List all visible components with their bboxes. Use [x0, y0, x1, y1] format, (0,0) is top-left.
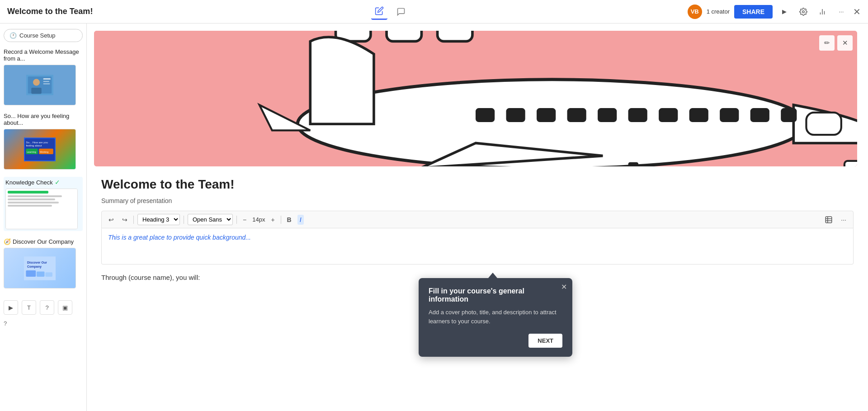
tooltip-title: Fill in your course's general informatio…	[429, 287, 562, 303]
clock-icon: 🕐	[9, 32, 17, 39]
font-size-decrease-button[interactable]: −	[241, 215, 249, 225]
sidebar-item-discover-title: 🧭 Discover Our Company	[4, 238, 83, 245]
svg-rect-31	[506, 108, 525, 122]
toolbar-divider-3	[236, 216, 237, 224]
course-setup-label: Course Setup	[19, 32, 56, 39]
svg-rect-40	[781, 108, 797, 122]
topbar-center	[371, 4, 409, 20]
sidebar-item-welcome-message[interactable]: Record a Welcome Message from a...	[4, 48, 83, 105]
sidebar-bottom-icons: ▶ T ? ▣	[4, 298, 83, 317]
edit-mode-button[interactable]	[371, 4, 387, 20]
style-select[interactable]: Heading 3 Heading 1 Heading 2 Normal	[137, 214, 180, 225]
check-badge: ✓	[55, 179, 60, 186]
editor-body[interactable]: This is a great place to provide quick b…	[101, 228, 854, 265]
play-button[interactable]: ▶	[777, 5, 792, 19]
analytics-button[interactable]	[815, 5, 830, 19]
airplane-illustration	[94, 31, 857, 166]
svg-rect-22	[26, 270, 36, 276]
svg-rect-27	[387, 31, 421, 41]
sidebar-thumb-discover: Discover Our Company	[4, 248, 76, 288]
editor-placeholder-text: This is a great place to provide quick b…	[108, 234, 251, 241]
sidebar-item-welcome-title: Record a Welcome Message from a...	[4, 48, 83, 62]
share-button[interactable]: SHARE	[734, 5, 773, 19]
font-size-increase-button[interactable]: +	[269, 215, 277, 225]
svg-point-6	[33, 79, 40, 86]
svg-rect-34	[598, 108, 617, 122]
svg-text:Company: Company	[27, 265, 42, 268]
add-text-button[interactable]: T	[22, 300, 36, 315]
svg-rect-32	[537, 108, 556, 122]
sidebar: 🕐 Course Setup Record a Welcome Message …	[0, 24, 87, 411]
tooltip-close-button[interactable]: ✕	[561, 283, 567, 291]
sidebar-item-knowledge-check[interactable]: Knowledge Check ✓	[4, 177, 83, 231]
svg-rect-28	[438, 31, 472, 41]
close-button[interactable]: ✕	[853, 6, 861, 17]
svg-rect-23	[37, 271, 45, 276]
svg-rect-38	[720, 108, 739, 122]
sidebar-item-knowledge-title: Knowledge Check ✓	[5, 179, 81, 186]
sidebar-item-feeling-title: So... How are you feeling about...	[4, 113, 83, 126]
topbar: Welcome to the Team! VB 1 creator SHARE …	[0, 0, 868, 24]
tooltip-arrow	[488, 273, 497, 278]
toolbar-divider-2	[184, 216, 184, 224]
bold-button[interactable]: B	[285, 215, 294, 225]
cover-image: ✏ ✕	[94, 31, 857, 166]
add-media-button[interactable]: ▣	[58, 300, 72, 315]
tooltip-next-button[interactable]: NEXT	[528, 334, 562, 348]
settings-button[interactable]	[796, 5, 811, 19]
svg-text:feeling about: feeling about	[26, 144, 42, 147]
page-title: Welcome to the Team!	[101, 177, 854, 192]
edit-cover-button[interactable]: ✏	[819, 35, 835, 51]
tooltip-body: Add a cover photo, title, and descriptio…	[429, 308, 562, 326]
svg-rect-35	[628, 108, 647, 122]
cover-actions: ✏ ✕	[819, 35, 853, 51]
svg-text:Discover Our: Discover Our	[27, 261, 47, 264]
svg-rect-9	[43, 81, 50, 82]
sidebar-item-how-feeling[interactable]: So... How are you feeling about... So...…	[4, 113, 83, 170]
svg-point-0	[802, 10, 805, 13]
redo-button[interactable]: ↪	[120, 215, 130, 225]
toolbar-divider-4	[281, 216, 281, 224]
svg-text:Working: Working	[40, 150, 48, 153]
svg-rect-39	[750, 108, 769, 122]
topbar-title: Welcome to the Team!	[7, 7, 93, 16]
more-menu-button[interactable]: ···	[834, 5, 849, 19]
svg-rect-36	[659, 108, 678, 122]
remove-cover-button[interactable]: ✕	[837, 35, 853, 51]
toolbar-divider-1	[133, 216, 134, 224]
sidebar-item-discover-company[interactable]: 🧭 Discover Our Company Discover Our Comp…	[4, 238, 83, 288]
add-video-button[interactable]: ▶	[4, 300, 18, 315]
svg-rect-53	[826, 217, 832, 223]
svg-text:Learning: Learning	[27, 150, 36, 153]
editor-toolbar: ↩ ↪ Heading 3 Heading 1 Heading 2 Normal…	[101, 211, 854, 228]
page-content: Welcome to the Team! Summary of presenta…	[87, 166, 868, 292]
svg-rect-8	[43, 78, 51, 80]
table-insert-button[interactable]	[822, 214, 835, 225]
svg-rect-33	[567, 108, 586, 122]
sidebar-thumb-welcome	[4, 65, 76, 105]
help-icon[interactable]: ?	[4, 320, 83, 327]
svg-rect-37	[689, 108, 708, 122]
topbar-right: VB 1 creator SHARE ▶ ··· ✕	[688, 5, 861, 19]
creator-label: 1 creator	[707, 8, 730, 15]
add-quiz-button[interactable]: ?	[40, 300, 54, 315]
svg-rect-41	[806, 113, 841, 135]
sidebar-thumb-feeling: So... How are you feeling about Learning…	[4, 129, 76, 170]
svg-rect-47	[628, 162, 639, 166]
font-select[interactable]: Open Sans Arial Roboto	[188, 214, 233, 225]
undo-button[interactable]: ↩	[106, 215, 116, 225]
avatar: VB	[688, 5, 702, 19]
tooltip-popup: ✕ Fill in your course's general informat…	[419, 278, 572, 357]
comment-button[interactable]	[393, 4, 409, 20]
font-size-value: 14px	[252, 216, 265, 223]
more-options-button[interactable]: ···	[839, 215, 849, 225]
compass-icon: 🧭	[4, 238, 11, 245]
svg-rect-10	[43, 83, 50, 84]
italic-button[interactable]: I	[297, 215, 304, 225]
course-setup-button[interactable]: 🕐 Course Setup	[4, 29, 83, 42]
page-subtitle: Summary of presentation	[101, 197, 854, 204]
svg-rect-30	[476, 108, 495, 122]
svg-text:So... How are you: So... How are you	[26, 140, 48, 143]
svg-rect-45	[844, 161, 857, 166]
sidebar-thumb-knowledge	[5, 189, 78, 229]
